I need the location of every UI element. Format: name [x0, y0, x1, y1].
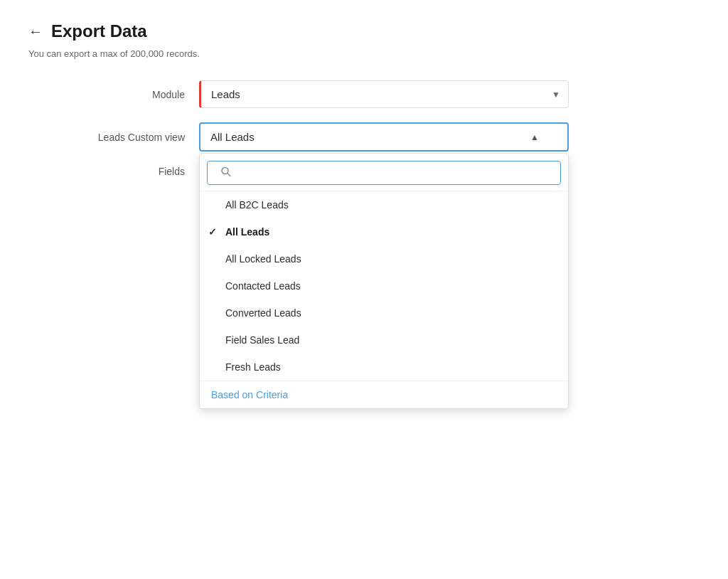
custom-view-label: Leads Custom view: [71, 132, 185, 143]
dropdown-item[interactable]: Converted Leads: [200, 299, 568, 326]
custom-view-arrow-up-icon: ▲: [530, 132, 539, 142]
dropdown-item[interactable]: Contacted Leads: [200, 272, 568, 299]
dropdown-item[interactable]: Field Sales Lead: [200, 326, 568, 354]
dropdown-item[interactable]: All Locked Leads: [200, 245, 568, 272]
module-row: Module Leads ▼: [71, 80, 569, 108]
dropdown-search-container: [207, 161, 561, 185]
dropdown-item[interactable]: All Leads: [200, 218, 568, 245]
module-label: Module: [71, 89, 185, 100]
export-form: Module Leads ▼ Leads Custom view All Lea…: [71, 80, 569, 177]
dropdown-item[interactable]: All B2C Leads: [200, 191, 568, 218]
custom-view-select-wrapper[interactable]: All Leads ▲: [199, 122, 569, 152]
module-select-wrapper: Leads ▼: [199, 80, 569, 108]
page-subtitle: You can export a max of 200,000 records.: [28, 48, 700, 59]
dropdown-footer: Based on Criteria: [200, 381, 568, 408]
custom-view-row: Leads Custom view All Leads ▲: [71, 122, 569, 152]
back-button[interactable]: ←: [28, 23, 43, 40]
page-header: ← Export Data: [28, 21, 700, 41]
custom-view-select[interactable]: All Leads ▲: [199, 122, 569, 152]
module-select[interactable]: Leads: [199, 80, 569, 108]
custom-view-dropdown: All B2C LeadsAll LeadsAll Locked LeadsCo…: [199, 153, 569, 409]
page-title: Export Data: [51, 21, 147, 41]
based-on-criteria-link[interactable]: Based on Criteria: [211, 389, 288, 400]
dropdown-search-input[interactable]: [207, 161, 561, 185]
fields-label: Fields: [71, 166, 185, 177]
dropdown-list: All B2C LeadsAll LeadsAll Locked LeadsCo…: [200, 191, 568, 381]
dropdown-search-wrapper: [200, 154, 568, 191]
dropdown-item[interactable]: Fresh Leads: [200, 354, 568, 381]
custom-view-current-value: All Leads: [210, 131, 255, 143]
